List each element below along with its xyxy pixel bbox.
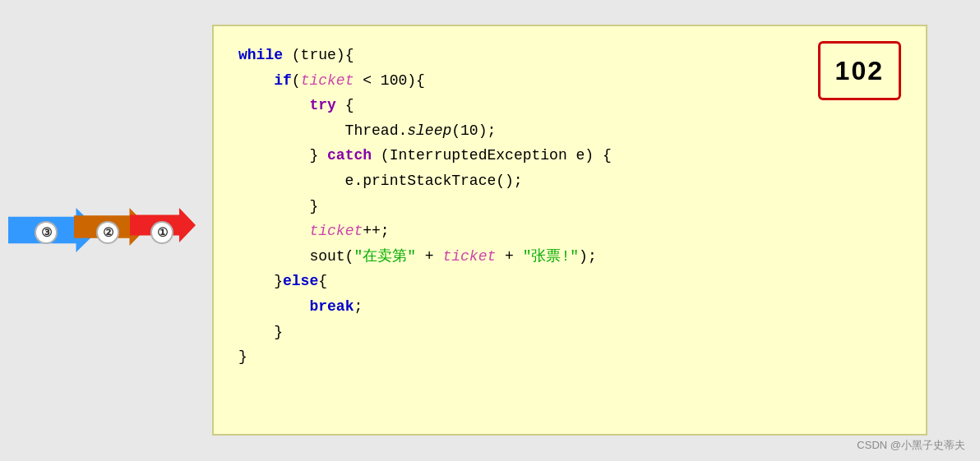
label-circle-3: ③ <box>35 221 58 244</box>
code-line-1: while (true){ <box>238 43 901 68</box>
code-line-6: e.printStackTrace(); <box>238 168 901 194</box>
code-line-10: }else{ <box>238 269 901 294</box>
watermark-text: CSDN @小黑子史蒂夫 <box>857 439 965 451</box>
ticket-value-badge: 102 <box>818 41 901 100</box>
code-line-11: break; <box>238 294 901 320</box>
code-line-5: } catch (InterruptedException e) { <box>238 143 901 168</box>
code-box: 102 while (true){ if(ticket < 100){ try … <box>212 25 927 436</box>
code-line-7: } <box>238 194 901 219</box>
code-line-12: } <box>238 320 901 345</box>
code-line-8: ticket++; <box>238 219 901 244</box>
main-container: 102 while (true){ if(ticket < 100){ try … <box>0 0 980 461</box>
label-circle-2: ② <box>96 221 119 244</box>
code-line-4: Thread.sleep(10); <box>238 118 901 144</box>
code-line-9: sout("在卖第" + ticket + "张票!"); <box>238 244 901 270</box>
arrows-wrapper: ③ ② ① <box>0 208 212 257</box>
watermark: CSDN @小黑子史蒂夫 <box>857 438 965 453</box>
label-circle-1: ① <box>150 221 173 244</box>
code-line-13: } <box>238 344 901 370</box>
code-line-3: try { <box>238 93 901 118</box>
code-line-2: if(ticket < 100){ <box>238 68 901 94</box>
badge-value: 102 <box>835 56 884 85</box>
label-1-text: ① <box>157 225 168 240</box>
label-3-text: ③ <box>41 225 52 240</box>
label-2-text: ② <box>103 225 113 240</box>
